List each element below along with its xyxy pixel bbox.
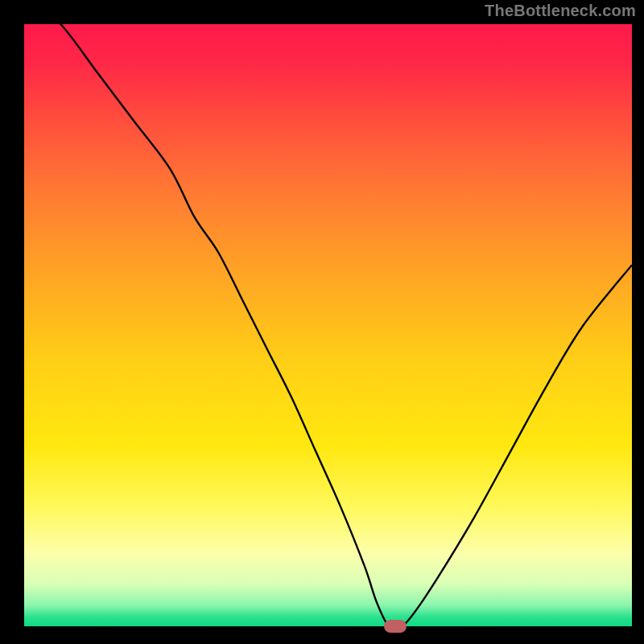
chart-stage: TheBottleneck.com [0, 0, 644, 644]
watermark-text: TheBottleneck.com [485, 2, 636, 20]
plot-svg [24, 24, 632, 626]
optimal-point-marker [384, 620, 407, 633]
plot-area [24, 24, 632, 626]
gradient-background [24, 24, 632, 626]
